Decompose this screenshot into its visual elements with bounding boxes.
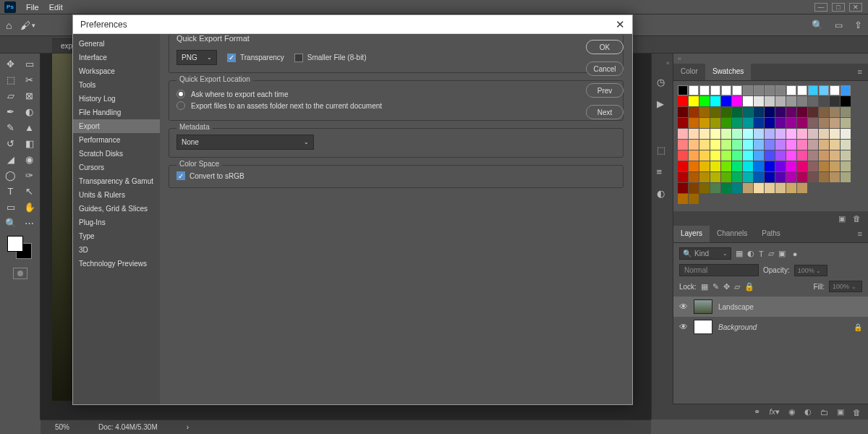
search-icon[interactable]: 🔍 [812,20,823,30]
marquee-tool-icon[interactable]: ⬚ [4,72,18,87]
swatch[interactable] [710,140,720,150]
swatch[interactable] [775,140,786,150]
swatch[interactable] [808,140,818,150]
swatch[interactable] [678,161,688,171]
swatch[interactable] [797,172,807,182]
lock-image-icon[interactable]: ✎ [712,282,719,292]
swatch[interactable] [743,118,753,128]
swatch[interactable] [699,129,710,139]
swatch[interactable] [678,183,688,193]
swatch[interactable] [689,129,699,139]
swatch[interactable] [841,140,851,150]
filter-pixel-icon[interactable]: ▦ [736,249,743,258]
swatch[interactable] [786,129,796,139]
swatch[interactable] [732,107,742,117]
healing-tool-icon[interactable]: ◐ [22,104,37,119]
gradient-tool-icon[interactable]: ◢ [4,152,18,166]
swatch[interactable] [830,107,840,117]
swatch[interactable] [743,140,753,150]
swatch[interactable] [754,172,764,182]
pref-category--d[interactable]: 3D [73,243,160,257]
swatch[interactable] [765,172,775,182]
swatch[interactable] [765,107,775,117]
swatch[interactable] [732,183,742,193]
pref-category-transparency-gamut[interactable]: Transparency & Gamut [73,174,160,188]
hand-tool-icon[interactable]: ✋ [22,200,37,214]
rectangle-tool-icon[interactable]: ▭ [4,200,18,214]
more-tools-icon[interactable]: ⋯ [22,216,37,230]
swatch[interactable] [721,150,731,161]
delete-swatch-icon[interactable]: 🗑 [853,214,861,223]
prev-button[interactable]: Prev [586,83,624,98]
pen-tool-icon[interactable]: ✑ [22,168,37,182]
tab-paths[interactable]: Paths [754,226,788,242]
swatch[interactable] [819,161,829,171]
properties-panel-icon[interactable]: ⬚ [657,145,668,156]
color-swatches[interactable] [6,236,35,262]
type-tool-icon[interactable]: T [4,184,18,198]
swatch[interactable] [710,183,720,193]
history-brush-icon[interactable]: ↺ [4,136,18,150]
swatch[interactable] [786,183,796,193]
swatch[interactable] [689,183,699,193]
adjustment-layer-icon[interactable]: ◐ [804,407,812,417]
pref-category-history-log[interactable]: History Log [73,92,160,106]
swatch[interactable] [732,172,742,182]
swatch[interactable] [797,118,807,128]
swatch[interactable] [808,172,818,182]
layer-group-icon[interactable]: 🗀 [820,408,828,417]
swatch[interactable] [721,140,731,150]
swatch[interactable] [830,85,840,95]
swatch[interactable] [786,96,796,106]
zoom-tool-icon[interactable]: 🔍 [4,216,18,230]
tab-swatches[interactable]: Swatches [705,64,751,80]
swatch[interactable] [710,150,720,161]
swatch[interactable] [775,85,786,95]
visibility-icon[interactable]: 👁 [679,302,688,312]
swatch[interactable] [775,118,786,128]
swatch[interactable] [797,85,807,95]
radio-assets-folder[interactable]: Export files to an assets folder next to… [176,101,616,110]
swatch[interactable] [743,183,753,193]
swatch[interactable] [830,150,840,161]
filter-toggle-icon[interactable]: ● [793,250,798,258]
swatch[interactable] [819,96,829,106]
swatch[interactable] [689,96,699,106]
filter-adjust-icon[interactable]: ◐ [747,249,754,258]
delete-layer-icon[interactable]: 🗑 [853,408,861,417]
swatch[interactable] [830,129,840,139]
swatch[interactable] [699,150,710,161]
link-layers-icon[interactable]: ⚭ [754,407,760,417]
close-icon[interactable]: ✕ [616,18,625,31]
tab-channels[interactable]: Channels [710,226,754,242]
swatch[interactable] [797,140,807,150]
panel-menu-icon[interactable]: ≡ [852,64,868,80]
radio-ask-location[interactable]: Ask where to export each time [176,90,616,98]
swatch[interactable] [699,107,710,117]
swatch[interactable] [699,172,710,182]
swatch[interactable] [765,150,775,161]
swatch[interactable] [775,161,786,171]
blur-tool-icon[interactable]: ◉ [22,152,37,166]
swatch[interactable] [786,172,796,182]
swatch[interactable] [743,161,753,171]
pref-category-type[interactable]: Type [73,229,160,243]
swatch[interactable] [819,140,829,150]
convert-srgb-checkbox[interactable]: ✓Convert to sRGB [176,171,616,180]
swatch[interactable] [721,183,731,193]
layers-menu-icon[interactable]: ≡ [852,226,868,242]
swatch[interactable] [732,150,742,161]
swatch[interactable] [841,107,851,117]
eraser-tool-icon[interactable]: ◧ [22,136,37,150]
pref-category-cursors[interactable]: Cursors [73,161,160,174]
swatch[interactable] [710,96,720,106]
swatch[interactable] [797,107,807,117]
swatch[interactable] [841,161,851,171]
lock-transparency-icon[interactable]: ▦ [701,282,708,292]
swatch[interactable] [689,172,699,182]
next-button[interactable]: Next [586,105,624,119]
swatch[interactable] [710,129,720,139]
swatch[interactable] [819,150,829,161]
swatch[interactable] [678,118,688,128]
brush-tool-icon[interactable]: ✎ [4,120,18,135]
